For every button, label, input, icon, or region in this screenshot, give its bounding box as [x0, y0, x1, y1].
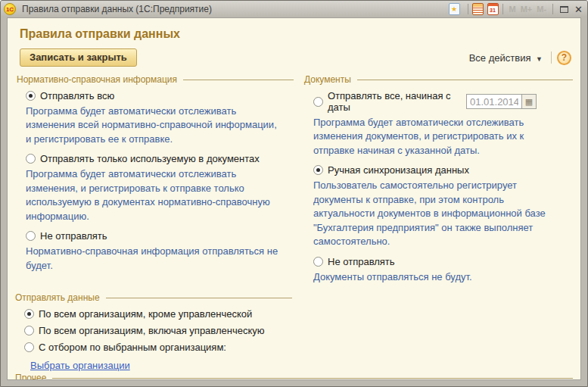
two-column-area: Нормативно-справочная информация Отправл… [17, 73, 573, 291]
documents-section: Документы Отправлять все, начиная с даты… [304, 73, 573, 291]
radio-label: Не отправлять [328, 256, 395, 267]
documents-section-title: Документы [304, 74, 573, 85]
calendar-button[interactable]: 31 [487, 2, 499, 16]
titlebar-separator [502, 4, 503, 14]
nsi-section: Нормативно-справочная информация Отправл… [17, 73, 294, 291]
close-icon: ✕ [574, 4, 583, 15]
radio-icon [313, 165, 323, 175]
help-icon: ? [562, 52, 567, 63]
help-button[interactable]: ? [557, 51, 571, 65]
radio-no-send-nsi[interactable]: Не отправлять [26, 230, 294, 242]
send-data-section: Отправлять данные По всем организациям, … [15, 292, 292, 371]
calculator-icon [472, 3, 484, 15]
radio-selected-orgs-filter[interactable]: С отбором по выбранным организациям: [24, 342, 292, 353]
radio-manual-sync[interactable]: Ручная синхронизация данных [313, 164, 573, 176]
toolbar-separator [551, 51, 552, 64]
option-description: Программа будет автоматически отслеживат… [26, 105, 283, 146]
page-title: Правила отправки данных [20, 27, 573, 41]
radio-send-used-nsi[interactable]: Отправлять только используемую в докумен… [26, 153, 294, 164]
radio-icon [24, 342, 34, 352]
app-window: 1С Правила отправки данных (1С:Предприят… [0, 0, 588, 387]
favorites-button[interactable]: ★ [449, 2, 464, 16]
option-description: Нормативно-справочная информация отправл… [26, 245, 283, 273]
radio-icon [313, 257, 323, 267]
radio-label: Отправлять только используемую в докумен… [40, 153, 260, 164]
all-actions-label: Все действия [469, 52, 531, 64]
memory-m-button[interactable]: М [509, 5, 516, 14]
nsi-section-title: Нормативно-справочная информация [17, 74, 294, 85]
send-data-section-title: Отправлять данные [15, 292, 292, 303]
section-title-label: Отправлять данные [15, 292, 100, 303]
start-date-input[interactable] [467, 96, 521, 108]
option-description: Программа будет автоматически отслеживат… [313, 116, 562, 158]
maximize-icon [560, 6, 568, 13]
memory-m-plus-button[interactable]: М+ [521, 5, 533, 14]
radio-label: Отправлять все, начиная с даты [328, 90, 466, 113]
radio-no-send-docs[interactable]: Не отправлять [313, 256, 573, 267]
section-title-label: Нормативно-справочная информация [17, 74, 177, 85]
maximize-button[interactable] [557, 2, 574, 16]
radio-label: Отправлять всю [40, 90, 114, 101]
other-section: Прочее ✓ Выгружать аналитику по складам … [15, 373, 573, 380]
radio-send-all-docs-from-date[interactable]: Отправлять все, начиная с даты ▦ [313, 90, 573, 113]
chevron-down-icon: ▼ [536, 55, 543, 63]
calendar-grid-icon: ▦ [525, 97, 533, 107]
1c-logo-icon[interactable]: 1С [4, 3, 16, 15]
radio-icon [24, 309, 34, 319]
memory-m-minus-button[interactable]: М- [537, 5, 546, 14]
option-description: Документы отправляться не будут. [313, 270, 562, 284]
section-title-label: Прочее [15, 373, 46, 380]
radio-icon [26, 154, 36, 164]
select-organizations-link[interactable]: Выбрать организации [30, 360, 130, 371]
calendar-icon: 31 [487, 3, 499, 15]
all-actions-button[interactable]: Все действия ▼ [466, 51, 546, 65]
radio-label: По всем организациям, кроме управленческ… [39, 308, 252, 320]
radio-send-all-nsi[interactable]: Отправлять всю [26, 90, 294, 101]
form-content: Правила отправки данных Записать и закры… [7, 17, 581, 380]
save-and-close-button[interactable]: Записать и закрыть [20, 48, 137, 67]
titlebar: 1С Правила отправки данных (1С:Предприят… [1, 1, 587, 17]
other-section-title: Прочее [15, 373, 573, 380]
section-title-label: Документы [304, 74, 351, 85]
radio-icon [24, 326, 34, 336]
close-button[interactable]: ✕ [574, 2, 583, 16]
toolbar: Записать и закрыть Все действия ▼ ? [20, 48, 571, 67]
radio-label: С отбором по выбранным организациям: [39, 342, 226, 353]
favorite-star-icon: ★ [449, 3, 460, 15]
radio-icon [26, 231, 36, 241]
date-picker-button[interactable]: ▦ [521, 95, 536, 108]
radio-label: По всем организациям, включая управленче… [39, 325, 265, 336]
option-description: Пользователь самостоятельно регистрирует… [313, 179, 562, 248]
option-description: Программа будет автоматически отслеживат… [26, 167, 283, 223]
radio-label: Ручная синхронизация данных [328, 164, 469, 176]
radio-icon [313, 97, 323, 107]
calculator-button[interactable] [472, 2, 487, 16]
titlebar-separator [552, 4, 553, 14]
window-title: Правила отправки данных (1С:Предприятие) [22, 4, 212, 14]
titlebar-separator [468, 4, 468, 14]
radio-all-orgs-except-managerial[interactable]: По всем организациям, кроме управленческ… [24, 308, 292, 320]
radio-icon [26, 91, 36, 101]
start-date-field: ▦ [466, 94, 537, 109]
radio-label: Не отправлять [40, 230, 107, 242]
radio-all-orgs-including-managerial[interactable]: По всем организациям, включая управленче… [24, 325, 292, 336]
